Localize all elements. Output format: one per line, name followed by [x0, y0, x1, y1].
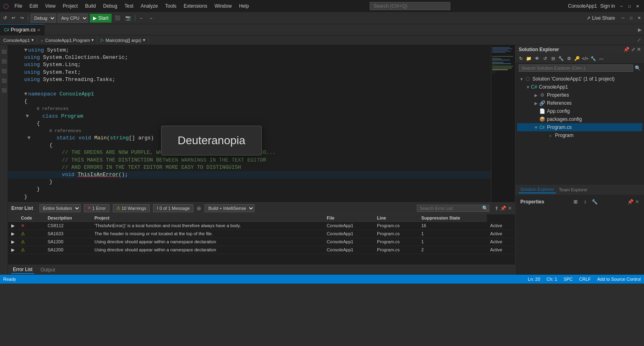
tree-project[interactable]: ▼ C# ConsoleApp1 [517, 83, 642, 91]
error-list-pin-btn[interactable]: 📌 [500, 205, 506, 211]
se-source-btn[interactable]: 🔑 [574, 55, 581, 62]
menu-project[interactable]: Project [60, 2, 81, 10]
menu-test[interactable]: Test [121, 2, 137, 10]
panel-close-btn[interactable]: ✕ [636, 15, 642, 21]
menu-edit[interactable]: Edit [26, 2, 41, 10]
platform-dropdown[interactable]: Any CPU [58, 14, 88, 23]
se-sync-btn[interactable]: ↻ [517, 55, 524, 62]
col-line[interactable]: Line [374, 214, 418, 222]
team-explorer-tab[interactable]: Team Explorer [556, 186, 591, 193]
redo-btn[interactable]: ↪ [19, 15, 25, 21]
se-pin-btn[interactable]: 📌 [623, 47, 630, 52]
filter-options-btn[interactable]: ⊕ [197, 205, 201, 211]
menu-tools[interactable]: Tools [162, 2, 180, 10]
code-editor-area[interactable]: ▼using System; using System.Collections.… [8, 45, 491, 202]
new-project-btn[interactable]: ↺ [2, 15, 8, 21]
se-close-btn[interactable]: ✕ [637, 47, 641, 52]
error-search-input[interactable] [417, 205, 489, 212]
col-code[interactable]: Code [18, 214, 44, 222]
menu-build[interactable]: Build [82, 2, 99, 10]
se-pending-btn[interactable]: 🔧 [557, 55, 565, 62]
error-row-4[interactable]: ▶ ⚠ SA1200 Using directive should appear… [8, 246, 515, 254]
error-row-4-expand[interactable]: ▶ [8, 246, 18, 254]
code-editor[interactable]: ▼using System; using System.Collections.… [8, 45, 491, 202]
solution-expand-icon[interactable]: ▼ [519, 77, 524, 81]
close-button[interactable]: ✕ [634, 3, 641, 9]
se-code-btn[interactable]: </> [582, 55, 589, 62]
menu-help[interactable]: Help [236, 2, 252, 10]
attach-btn[interactable]: ⬛ [113, 15, 122, 21]
error-list-expand-btn[interactable]: ⬆ [495, 205, 499, 211]
se-settings-btn[interactable]: ⚙ [565, 55, 573, 62]
menu-analyze[interactable]: Analyze [137, 2, 161, 10]
error-list-tab[interactable]: Error List [11, 266, 34, 274]
menu-debug[interactable]: Debug [100, 2, 120, 10]
col-state[interactable]: Suppression State [418, 214, 487, 222]
error-row-2[interactable]: ▶ ⚠ SA1633 The file header is missing or… [8, 230, 515, 238]
error-row-3-expand[interactable]: ▶ [8, 238, 18, 246]
debug-mode-dropdown[interactable]: Debug [31, 14, 56, 23]
se-show-all-btn[interactable]: 👁 [533, 55, 540, 62]
error-search-icon[interactable]: 🔍 [482, 205, 488, 211]
props-filter-btn[interactable]: 🔧 [591, 198, 599, 206]
side-icon-2[interactable]: ⬛ [1, 58, 7, 64]
solution-explorer-tab[interactable]: Solution Explorer [519, 186, 556, 193]
live-share-button[interactable]: ↗ Live Share [586, 15, 615, 21]
error-row-1-expand[interactable]: ▶ [8, 222, 18, 230]
global-search-input[interactable] [370, 2, 450, 10]
se-expand-btn[interactable]: ⤢ [631, 47, 635, 52]
build-filter-dropdown[interactable]: Build + IntelliSense [205, 204, 255, 212]
se-props-btn[interactable]: 🔧 [590, 55, 597, 62]
tab-program-cs[interactable]: C# Program.cs ✕ [0, 24, 45, 35]
error-row-2-expand[interactable]: ▶ [8, 230, 18, 238]
props-close-btn[interactable]: ✕ [635, 199, 639, 205]
project-expand-icon[interactable]: ▼ [525, 85, 531, 89]
error-row-3[interactable]: ▶ ⚠ SA1200 Using directive should appear… [8, 238, 515, 246]
col-file[interactable]: File [323, 214, 374, 222]
tree-program-cs[interactable]: ▼ C# Program.cs [517, 123, 642, 131]
se-collapse-all-btn[interactable]: — [598, 55, 605, 62]
undo-btn[interactable]: ↩ [10, 15, 17, 21]
properties-expand-icon[interactable]: ▶ [533, 93, 539, 97]
errors-filter-btn[interactable]: ✕ 1 Error [84, 204, 110, 212]
se-refresh-btn[interactable]: ↺ [541, 55, 549, 62]
nav-member-dropdown[interactable]: ▷ Main(string[] args) ▾ [97, 37, 149, 44]
minimize-button[interactable]: ─ [618, 3, 625, 9]
se-collapse-btn[interactable]: ⊟ [549, 55, 557, 62]
tab-close-btn[interactable]: ✕ [37, 28, 40, 32]
screenshot-btn[interactable]: 📷 [124, 15, 133, 21]
tree-properties[interactable]: ▶ ⚙ Properties [517, 91, 642, 99]
add-source-control-btn[interactable]: Add to Source Control [597, 277, 641, 282]
menu-extensions[interactable]: Extensions [180, 2, 211, 10]
col-project[interactable]: Project [91, 214, 323, 222]
side-icon-5[interactable]: ⬛ [1, 87, 7, 93]
nav-forward-btn[interactable]: → [147, 15, 155, 21]
se-search-input[interactable] [519, 64, 633, 72]
panel-minimize-btn[interactable]: ─ [620, 15, 626, 21]
tree-program-class[interactable]: ▶ ⬦ Program [517, 131, 642, 139]
side-icon-1[interactable]: ⬛ [1, 48, 7, 55]
tree-references[interactable]: ▶ 🔗 References [517, 99, 642, 107]
col-description[interactable]: Description [44, 214, 91, 222]
warnings-filter-btn[interactable]: ⚠ 10 Warnings [113, 204, 150, 212]
references-expand-icon[interactable]: ▶ [533, 101, 539, 106]
se-search-icon[interactable]: 🔍 [635, 65, 641, 71]
props-pin-btn[interactable]: 📌 [627, 199, 634, 205]
output-tab[interactable]: Output [39, 266, 57, 273]
error-list-close-btn[interactable]: ✕ [508, 205, 512, 211]
nav-class-dropdown[interactable]: ⬦ ConsoleApp1.Program ▾ [37, 37, 97, 44]
messages-filter-btn[interactable]: ℹ 0 of 1 Message [153, 204, 193, 212]
props-grid-btn[interactable]: ⊞ [572, 198, 580, 206]
nav-project-dropdown[interactable]: ConsoleApp1 ▾ [0, 37, 37, 44]
tree-solution[interactable]: ▼ ⬡ Solution 'ConsoleApp1' (1 of 1 proje… [517, 75, 642, 83]
props-sort-btn[interactable]: ↕ [581, 198, 589, 206]
program-expand-icon[interactable]: ▼ [533, 125, 539, 130]
side-icon-3[interactable]: ⬛ [1, 68, 7, 74]
expand-icon[interactable]: ⤢ [637, 37, 641, 43]
tab-scroll-right[interactable]: ▶ [636, 27, 644, 33]
tree-packages[interactable]: ▶ 📦 packages.config [517, 115, 642, 123]
error-row-1[interactable]: ▶ ✕ CS8112 'ThisIsAnError()' is a local … [8, 222, 515, 230]
menu-file[interactable]: File [11, 2, 25, 10]
menu-view[interactable]: View [42, 2, 59, 10]
nav-back-btn[interactable]: ← [138, 15, 145, 21]
